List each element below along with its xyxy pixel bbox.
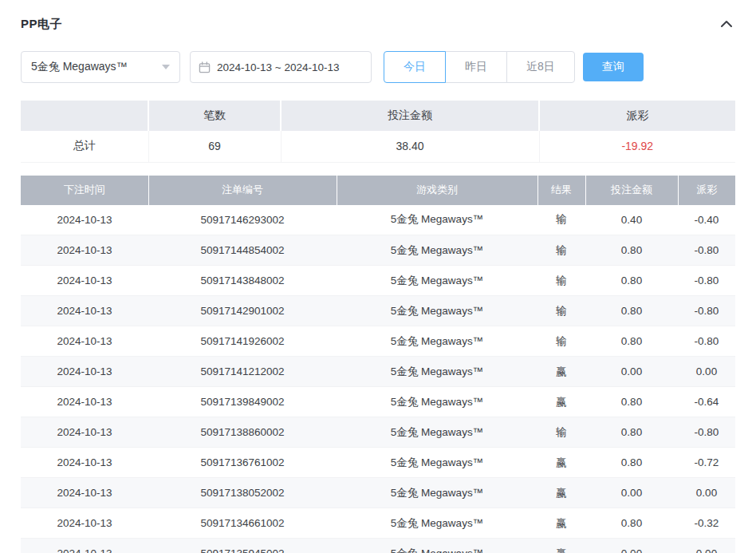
cell-bet-amount: 0.00	[585, 478, 678, 508]
col-header-bet-time: 下注时间	[21, 176, 148, 205]
summary-total-row: 总计 69 38.40 -19.92	[21, 131, 735, 162]
cell-result: 输	[537, 205, 585, 235]
pp-games-panel: PP电子 5金兔 Megaways™ 2024-10-13 ~ 2024-10-…	[0, 0, 756, 553]
cell-payout: -0.64	[678, 387, 735, 417]
summary-total-bet-amount: 38.40	[281, 131, 539, 162]
quick-button-last8days[interactable]: 近8日	[506, 51, 575, 83]
summary-header-payout: 派彩	[539, 101, 735, 131]
cell-result: 赢	[537, 539, 585, 553]
cell-game-category: 5金兔 Megaways™	[337, 478, 537, 508]
cell-game-category: 5金兔 Megaways™	[337, 508, 537, 539]
cell-order-id: 50917142901002	[148, 296, 337, 326]
table-row: 2024-10-13 50917135945002 5金兔 Megaways™ …	[21, 539, 735, 553]
cell-order-id: 50917135945002	[148, 539, 337, 553]
summary-header-bet-amount: 投注金额	[281, 101, 539, 131]
summary-header-count: 笔数	[148, 101, 281, 131]
cell-order-id: 50917138860002	[148, 417, 337, 448]
cell-payout: -0.40	[678, 205, 735, 235]
cell-bet-amount: 0.80	[585, 387, 678, 417]
table-row: 2024-10-13 50917144854002 5金兔 Megaways™ …	[21, 235, 735, 266]
col-header-payout: 派彩	[678, 176, 735, 205]
search-button[interactable]: 查询	[583, 53, 644, 81]
cell-bet-time: 2024-10-13	[21, 357, 148, 387]
summary-total-payout: -19.92	[539, 131, 735, 162]
cell-order-id: 50917141926002	[148, 326, 337, 357]
summary-header-row: 笔数 投注金额 派彩	[21, 101, 735, 131]
cell-bet-amount: 0.80	[585, 508, 678, 539]
table-row: 2024-10-13 50917141926002 5金兔 Megaways™ …	[21, 326, 735, 357]
quick-button-today[interactable]: 今日	[384, 51, 446, 83]
page-title: PP电子	[21, 17, 62, 32]
cell-bet-amount: 0.80	[585, 417, 678, 448]
cell-result: 输	[537, 235, 585, 266]
table-row: 2024-10-13 50917138052002 5金兔 Megaways™ …	[21, 478, 735, 508]
calendar-icon	[199, 61, 211, 73]
cell-game-category: 5金兔 Megaways™	[337, 539, 537, 553]
cell-bet-time: 2024-10-13	[21, 296, 148, 326]
cell-result: 赢	[537, 508, 585, 539]
bet-table-header-row: 下注时间 注单编号 游戏类别 结果 投注金额 派彩	[21, 176, 735, 205]
cell-bet-time: 2024-10-13	[21, 508, 148, 539]
cell-result: 赢	[537, 448, 585, 478]
cell-bet-time: 2024-10-13	[21, 539, 148, 553]
date-range-picker[interactable]: 2024-10-13 ~ 2024-10-13	[190, 51, 372, 83]
cell-bet-time: 2024-10-13	[21, 205, 148, 235]
summary-total-label: 总计	[21, 131, 148, 162]
cell-bet-amount: 0.80	[585, 448, 678, 478]
col-header-result: 结果	[537, 176, 585, 205]
cell-bet-amount: 0.80	[585, 235, 678, 266]
cell-game-category: 5金兔 Megaways™	[337, 326, 537, 357]
col-header-order-id: 注单编号	[148, 176, 337, 205]
cell-bet-time: 2024-10-13	[21, 417, 148, 448]
summary-total-count: 69	[148, 131, 281, 162]
cell-payout: -0.72	[678, 448, 735, 478]
summary-header-empty	[21, 101, 148, 131]
cell-game-category: 5金兔 Megaways™	[337, 205, 537, 235]
cell-result: 输	[537, 417, 585, 448]
cell-bet-time: 2024-10-13	[21, 387, 148, 417]
cell-bet-time: 2024-10-13	[21, 235, 148, 266]
chevron-down-icon	[162, 65, 170, 69]
cell-result: 输	[537, 266, 585, 296]
cell-bet-amount: 0.00	[585, 357, 678, 387]
cell-game-category: 5金兔 Megaways™	[337, 235, 537, 266]
cell-bet-amount: 0.80	[585, 296, 678, 326]
cell-payout: 0.00	[678, 357, 735, 387]
cell-bet-time: 2024-10-13	[21, 326, 148, 357]
collapse-icon[interactable]	[718, 15, 735, 33]
cell-result: 输	[537, 296, 585, 326]
cell-order-id: 50917136761002	[148, 448, 337, 478]
cell-bet-amount: 0.80	[585, 326, 678, 357]
table-row: 2024-10-13 50917143848002 5金兔 Megaways™ …	[21, 266, 735, 296]
cell-order-id: 50917138052002	[148, 478, 337, 508]
cell-order-id: 50917139849002	[148, 387, 337, 417]
cell-payout: 0.00	[678, 539, 735, 553]
cell-result: 输	[537, 326, 585, 357]
table-row: 2024-10-13 50917141212002 5金兔 Megaways™ …	[21, 357, 735, 387]
bet-table-body: 2024-10-13 50917146293002 5金兔 Megaways™ …	[21, 205, 735, 553]
cell-payout: -0.80	[678, 266, 735, 296]
cell-game-category: 5金兔 Megaways™	[337, 296, 537, 326]
quick-range-group: 今日 昨日 近8日	[384, 51, 575, 83]
filter-bar: 5金兔 Megaways™ 2024-10-13 ~ 2024-10-13 今日…	[21, 51, 735, 83]
cell-payout: -0.32	[678, 508, 735, 539]
game-select[interactable]: 5金兔 Megaways™	[21, 51, 180, 83]
cell-bet-time: 2024-10-13	[21, 478, 148, 508]
cell-result: 赢	[537, 387, 585, 417]
cell-bet-amount: 0.40	[585, 205, 678, 235]
table-row: 2024-10-13 50917134661002 5金兔 Megaways™ …	[21, 508, 735, 539]
table-row: 2024-10-13 50917146293002 5金兔 Megaways™ …	[21, 205, 735, 235]
cell-order-id: 50917141212002	[148, 357, 337, 387]
cell-order-id: 50917144854002	[148, 235, 337, 266]
cell-order-id: 50917143848002	[148, 266, 337, 296]
table-row: 2024-10-13 50917139849002 5金兔 Megaways™ …	[21, 387, 735, 417]
cell-game-category: 5金兔 Megaways™	[337, 387, 537, 417]
panel-header: PP电子	[21, 11, 735, 37]
bet-table: 下注时间 注单编号 游戏类别 结果 投注金额 派彩 2024-10-13 509…	[21, 176, 735, 553]
col-header-bet-amount: 投注金额	[585, 176, 678, 205]
cell-game-category: 5金兔 Megaways™	[337, 357, 537, 387]
quick-button-yesterday[interactable]: 昨日	[445, 51, 507, 83]
date-range-value: 2024-10-13 ~ 2024-10-13	[217, 61, 340, 73]
cell-result: 赢	[537, 478, 585, 508]
game-select-value: 5金兔 Megaways™	[31, 60, 128, 74]
